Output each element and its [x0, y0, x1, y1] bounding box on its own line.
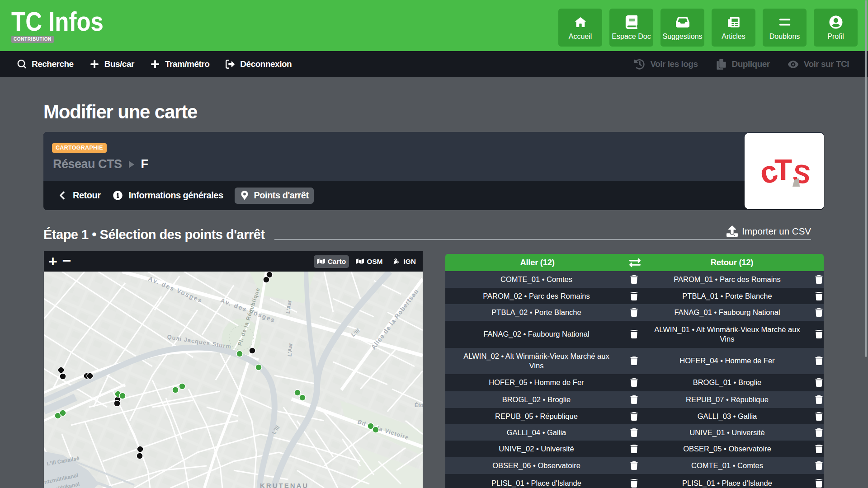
svg-text:L'Aar: L'Aar	[286, 343, 293, 357]
svg-text:KRUTENAU: KRUTENAU	[260, 482, 309, 488]
svg-text:Éto: Éto	[415, 402, 423, 408]
svg-text:T: T	[774, 154, 792, 186]
